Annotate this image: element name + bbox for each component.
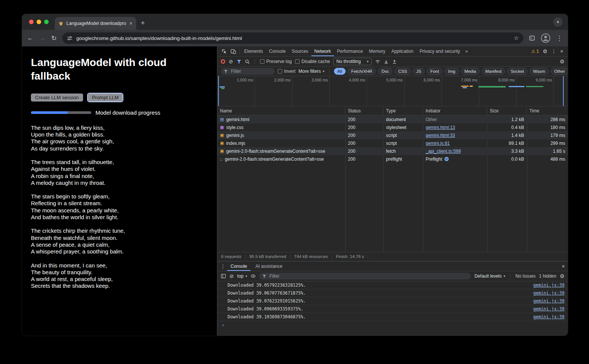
url-bar[interactable]: googlechrome.github.io/samples/downloadi… xyxy=(62,32,523,44)
execution-context-dropdown[interactable]: top ▾ xyxy=(237,273,247,279)
network-settings-icon[interactable]: ⚙ xyxy=(560,58,564,65)
issues-status[interactable]: No Issues xyxy=(515,273,535,279)
network-filter-input[interactable] xyxy=(230,68,272,74)
more-tabs-icon[interactable]: » xyxy=(463,49,470,54)
column-type[interactable]: Type xyxy=(383,106,423,115)
log-levels-dropdown[interactable]: Default levels ▾ xyxy=(474,273,505,279)
import-har-icon[interactable] xyxy=(384,59,389,64)
tab-application[interactable]: Application xyxy=(388,46,417,56)
request-row[interactable]: □gemini-2.0-flash:streamGenerateContent?… xyxy=(217,155,568,163)
search-icon[interactable] xyxy=(245,59,250,64)
console-source-link[interactable]: gemini.js:39 xyxy=(533,306,564,312)
chip-all[interactable]: All xyxy=(334,68,346,75)
tab-performance[interactable]: Performance xyxy=(334,46,366,56)
live-expression-eye-icon[interactable] xyxy=(251,273,256,279)
prompt-llm-button[interactable]: Prompt LLM xyxy=(88,94,123,101)
bookmark-star-icon[interactable]: ☆ xyxy=(514,35,519,41)
network-timeline-overview[interactable]: 1,000 ms 2,000 ms 3,000 ms 4,000 ms 5,00… xyxy=(217,76,568,106)
export-har-icon[interactable] xyxy=(392,59,397,64)
inspect-element-icon[interactable] xyxy=(220,49,229,54)
drawer-tab-ai-assistance[interactable]: AI assistance xyxy=(252,261,286,271)
tick-label: 3,000 ms xyxy=(312,78,328,82)
tab-search-button[interactable]: ▾ xyxy=(553,17,563,27)
device-toolbar-icon[interactable] xyxy=(229,49,238,54)
chip-js[interactable]: JS xyxy=(413,68,424,75)
column-status[interactable]: Status xyxy=(345,106,383,115)
request-initiator: Other xyxy=(426,117,437,122)
console-prompt[interactable]: › xyxy=(217,321,568,329)
column-name[interactable]: Name xyxy=(217,106,345,115)
script-file-icon: ▣ xyxy=(220,133,224,138)
drawer-tab-console[interactable]: Console xyxy=(227,261,251,271)
chip-manifest[interactable]: Manifest xyxy=(482,68,505,75)
create-llm-session-button[interactable]: Create LLM session xyxy=(31,94,83,101)
console-source-link[interactable]: gemini.js:39 xyxy=(533,290,564,296)
request-row[interactable]: ▤gemini.html 200 document Other 1.2 kB 2… xyxy=(217,115,568,123)
clear-network-log-icon[interactable]: ⊘ xyxy=(229,58,233,65)
tab-sources[interactable]: Sources xyxy=(289,46,311,56)
invert-checkbox[interactable] xyxy=(278,69,282,74)
network-conditions-icon[interactable] xyxy=(375,59,380,64)
console-settings-icon[interactable]: ⚙ xyxy=(560,273,564,279)
console-sidebar-icon[interactable] xyxy=(221,273,226,279)
chip-socket[interactable]: Socket xyxy=(507,68,527,75)
disable-cache-checkbox[interactable] xyxy=(295,59,300,64)
initiator-link[interactable]: gemini.html:13 xyxy=(426,125,455,130)
devtools-menu-icon[interactable]: ⋮ xyxy=(551,48,557,54)
selection-bracket[interactable] xyxy=(563,76,564,106)
forward-icon[interactable]: → xyxy=(39,34,46,42)
tab-elements[interactable]: Elements xyxy=(241,46,266,56)
initiator-link[interactable]: gemini.html:33 xyxy=(426,133,455,138)
column-time[interactable]: Time xyxy=(527,106,568,115)
extensions-icon[interactable] xyxy=(529,35,535,41)
close-window-button[interactable] xyxy=(29,20,34,24)
new-tab-button[interactable]: + xyxy=(141,19,145,27)
column-size[interactable]: Size xyxy=(487,106,527,115)
request-row[interactable]: ▣index.mjs 200 script gemini.js:81 89.1 … xyxy=(217,139,568,147)
devtools-settings-icon[interactable]: ⚙ xyxy=(543,48,547,54)
request-row[interactable]: ▣gemini-2.0-flash:streamGenerateContent?… xyxy=(217,147,568,155)
throttling-select[interactable]: No throttling ▾ xyxy=(333,58,371,65)
initiator-link[interactable]: _api_client.ts:599 xyxy=(426,149,461,154)
chip-media[interactable]: Media xyxy=(461,68,480,75)
chip-doc[interactable]: Doc xyxy=(378,68,392,75)
request-row[interactable]: ▣gemini.js 200 script gemini.html:33 1.4… xyxy=(217,131,568,139)
selection-bracket[interactable] xyxy=(218,76,219,106)
clear-console-icon[interactable]: ⊘ xyxy=(229,273,234,279)
browser-tab[interactable]: LanguageModel downloadpro × xyxy=(55,17,136,30)
chip-font[interactable]: Font xyxy=(427,68,442,75)
prompt-chevron-icon: › xyxy=(221,322,225,328)
devtools-close-icon[interactable]: × xyxy=(560,48,563,54)
chip-fetch-xhr[interactable]: Fetch/XHR xyxy=(348,68,376,75)
tab-network[interactable]: Network xyxy=(311,46,334,56)
maximize-window-button[interactable] xyxy=(44,20,49,24)
console-source-link[interactable]: gemini.js:39 xyxy=(533,314,564,319)
tab-close-icon[interactable]: × xyxy=(129,21,132,26)
hidden-messages[interactable]: 1 hidden xyxy=(539,273,556,279)
tab-console[interactable]: Console xyxy=(266,46,289,56)
browser-menu-icon[interactable]: ⋮ xyxy=(556,34,563,42)
chip-img[interactable]: Img xyxy=(444,68,458,75)
tab-privacy-security[interactable]: Privacy and security xyxy=(417,46,463,56)
back-icon[interactable]: ← xyxy=(27,34,34,42)
tab-memory[interactable]: Memory xyxy=(366,46,388,56)
record-network-log-button[interactable] xyxy=(221,59,225,64)
preserve-log-checkbox[interactable] xyxy=(260,59,265,64)
reload-icon[interactable]: ↻ xyxy=(51,34,57,42)
drawer-close-icon[interactable]: × xyxy=(562,263,565,269)
drawer-menu-icon[interactable]: ⋮ xyxy=(220,263,226,269)
profile-avatar[interactable] xyxy=(541,33,551,43)
request-row[interactable]: ▦style.css 200 stylesheet gemini.html:13… xyxy=(217,123,568,131)
filter-toggle-icon[interactable] xyxy=(237,59,241,64)
chip-other[interactable]: Other xyxy=(551,68,568,75)
console-filter-input[interactable] xyxy=(269,273,468,279)
chip-wasm[interactable]: Wasm xyxy=(530,68,549,75)
more-filters-dropdown[interactable]: More filters ▾ xyxy=(298,69,324,74)
issues-warning[interactable]: ⚠ 1 xyxy=(531,49,539,54)
minimize-window-button[interactable] xyxy=(37,20,41,24)
column-initiator[interactable]: Initiator xyxy=(423,106,487,115)
chip-css[interactable]: CSS xyxy=(395,68,411,75)
console-source-link[interactable]: gemini.js:39 xyxy=(533,298,564,304)
initiator-link[interactable]: gemini.js:81 xyxy=(426,141,450,146)
console-source-link[interactable]: gemini.js:39 xyxy=(533,283,564,288)
